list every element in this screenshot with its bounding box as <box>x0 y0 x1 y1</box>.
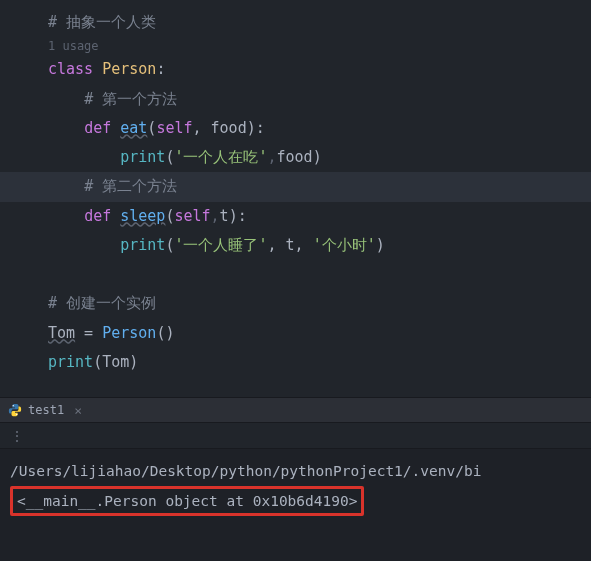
keyword-def: def <box>84 207 111 225</box>
tab-label: test1 <box>28 403 64 417</box>
more-icon[interactable]: ⋮ <box>10 428 26 444</box>
inlay-comma: , <box>211 207 220 225</box>
comment-text: # 创建一个实例 <box>48 294 156 312</box>
run-console[interactable]: /Users/lijiahao/Desktop/python/pythonPro… <box>0 449 591 526</box>
var-tom: Tom <box>48 324 75 342</box>
svg-point-1 <box>16 414 17 415</box>
comment-text: # 第一个方法 <box>84 90 177 108</box>
code-line: print('一个人在吃',food) <box>0 143 591 172</box>
run-tab-test1[interactable]: test1 × <box>0 398 90 422</box>
equals: = <box>75 324 102 342</box>
arg-food: food <box>277 148 313 166</box>
keyword-class: class <box>48 60 93 78</box>
code-line: print('一个人睡了', t, '个小时') <box>0 231 591 260</box>
string-literal: '一个人睡了' <box>174 236 267 254</box>
builtin-print: print <box>120 236 165 254</box>
code-line: def sleep(self,t): <box>0 202 591 231</box>
python-file-icon <box>8 403 22 417</box>
close-icon[interactable]: × <box>70 403 82 418</box>
param-food: food <box>211 119 247 137</box>
svg-point-0 <box>13 405 14 406</box>
param-t: t <box>220 207 229 225</box>
comment-text: # 抽象一个人类 <box>48 13 156 31</box>
string-literal: '个小时' <box>313 236 376 254</box>
code-line: def eat(self, food): <box>0 114 591 143</box>
code-line <box>0 260 591 289</box>
code-editor[interactable]: # 抽象一个人类 1 usage class Person: # 第一个方法 d… <box>0 0 591 397</box>
comment-text: # 第二个方法 <box>84 177 177 195</box>
builtin-print: print <box>48 353 93 371</box>
code-line: # 第一个方法 <box>0 85 591 114</box>
func-name-sleep: sleep <box>120 207 165 225</box>
run-tab-bar: test1 × <box>0 397 591 423</box>
code-line: # 抽象一个人类 <box>0 8 591 37</box>
code-line: # 创建一个实例 <box>0 289 591 318</box>
builtin-print: print <box>120 148 165 166</box>
code-line: class Person: <box>0 55 591 84</box>
func-name-eat: eat <box>120 119 147 137</box>
interpreter-path: /Users/lijiahao/Desktop/python/pythonPro… <box>10 459 581 484</box>
param-self: self <box>156 119 192 137</box>
console-toolbar: ⋮ <box>0 423 591 449</box>
code-line: Tom = Person() <box>0 319 591 348</box>
code-line-highlighted: # 第二个方法 <box>0 172 591 201</box>
call-person: Person <box>102 324 156 342</box>
usage-hint: 1 usage <box>0 37 591 55</box>
keyword-def: def <box>84 119 111 137</box>
console-output-highlighted: <__main__.Person object at 0x10b6d4190> <box>10 486 364 517</box>
arg-tom: Tom <box>102 353 129 371</box>
param-self: self <box>174 207 210 225</box>
code-line: print(Tom) <box>0 348 591 377</box>
inlay-comma: , <box>268 148 277 166</box>
arg-t: t <box>286 236 295 254</box>
colon: : <box>156 60 165 78</box>
string-literal: '一个人在吃' <box>174 148 267 166</box>
class-name: Person <box>102 60 156 78</box>
